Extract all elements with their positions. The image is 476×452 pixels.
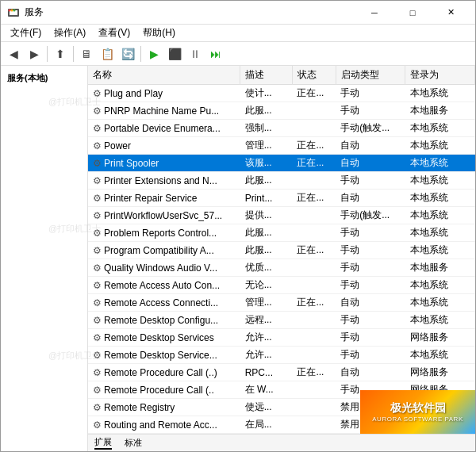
table-row[interactable]: ⚙Printer Extensions and N...此服...手动本地系统 — [88, 172, 475, 190]
toolbar: ◀ ▶ ⬆ 🖥 📋 🔄 ▶ ⬛ ⏸ ⏭ — [1, 42, 475, 66]
table-row[interactable]: ⚙Program Compatibility A...此服...正在...手动本… — [88, 242, 475, 259]
table-row[interactable]: ⚙Remote Desktop Service...允许...手动本地系统 — [88, 347, 475, 364]
service-name-cell: ⚙Remote Procedure Call (..) — [88, 364, 240, 381]
properties-button[interactable]: 📋 — [98, 44, 117, 63]
service-icon: ⚙ — [93, 367, 102, 378]
service-desc-cell: 在 W... — [240, 381, 293, 399]
table-row[interactable]: ⚙Power管理...正在...自动本地系统 — [88, 137, 475, 155]
service-state-cell: 正在... — [292, 242, 336, 259]
table-row[interactable]: ⚙Portable Device Enumera...强制...手动(触发...… — [88, 120, 475, 137]
service-state-cell: 正在... — [292, 190, 336, 207]
svg-point-4 — [13, 9, 16, 11]
service-name-label: Remote Access Auto Con... — [104, 280, 220, 291]
service-name-cell: ⚙Plug and Play — [88, 85, 240, 102]
service-login-cell: 网络服务 — [405, 364, 475, 381]
service-state-cell — [292, 347, 336, 364]
service-start-cell: 手动 — [336, 172, 405, 190]
service-start-cell: 手动 — [336, 85, 405, 102]
service-desc-cell: 使计... — [240, 85, 293, 102]
service-state-cell — [292, 120, 336, 137]
menu-help[interactable]: 帮助(H) — [136, 25, 182, 41]
svg-point-3 — [11, 9, 13, 11]
service-name-label: Printer Extensions and N... — [104, 175, 217, 186]
service-name-label: Remote Access Connecti... — [104, 297, 218, 308]
service-desc-cell: 管理... — [240, 137, 293, 155]
service-name-label: PNRP Machine Name Pu... — [104, 105, 219, 117]
table-row[interactable]: ⚙Printer Repair ServicePrint...正在...自动本地… — [88, 190, 475, 207]
service-name-cell: ⚙Printer Extensions and N... — [88, 172, 240, 190]
up-button[interactable]: ⬆ — [51, 44, 70, 63]
service-name-cell: ⚙PNRP Machine Name Pu... — [88, 102, 240, 120]
service-name-label: Routing and Remote Acc... — [104, 419, 217, 431]
service-name-cell: ⚙Remote Access Auto Con... — [88, 277, 240, 294]
service-icon: ⚙ — [93, 262, 102, 274]
service-start-cell: 自动 — [336, 364, 405, 381]
menu-action[interactable]: 操作(A) — [48, 25, 92, 41]
service-state-cell — [292, 277, 336, 294]
service-start-cell: 手动 — [336, 102, 405, 120]
service-state-cell — [292, 416, 336, 434]
service-name-cell: ⚙Print Spooler — [88, 155, 240, 172]
table-row[interactable]: ⚙Remote Procedure Call (..)RPC...正在...自动… — [88, 364, 475, 381]
service-name-cell: ⚙PrintWorkflowUserSvc_57... — [88, 207, 240, 224]
logo-subtext: AURORA SOFTWARE PARK — [372, 416, 463, 423]
service-desc-cell: RPC... — [240, 364, 293, 381]
maximize-button[interactable]: □ — [394, 1, 431, 25]
service-name-label: Program Compatibility A... — [104, 245, 214, 256]
service-name-label: Power — [104, 140, 131, 151]
table-header-row: 名称 描述 状态 启动类型 登录为 — [88, 66, 475, 85]
service-start-cell: 手动 — [336, 277, 405, 294]
service-name-cell: ⚙Remote Desktop Services — [88, 329, 240, 347]
service-state-cell — [292, 259, 336, 277]
service-icon: ⚙ — [93, 140, 102, 151]
menu-view[interactable]: 查看(V) — [92, 25, 136, 41]
service-icon: ⚙ — [93, 245, 102, 256]
close-button[interactable]: ✕ — [432, 1, 469, 25]
restart-button[interactable]: ⏭ — [206, 44, 225, 63]
table-row[interactable]: ⚙Quality Windows Audio V...优质...手动本地服务 — [88, 259, 475, 277]
status-standard[interactable]: 标准 — [125, 437, 142, 449]
services-table-container[interactable]: 名称 描述 状态 启动类型 登录为 ⚙Plug and Play使计...正在.… — [88, 66, 475, 434]
service-icon: ⚙ — [93, 210, 102, 221]
service-desc-cell: 优质... — [240, 259, 293, 277]
table-row[interactable]: ⚙PNRP Machine Name Pu...此服...手动本地服务 — [88, 102, 475, 120]
service-name-label: Printer Repair Service — [104, 193, 197, 204]
toolbar-sep-3 — [140, 46, 141, 62]
service-desc-cell: 使远... — [240, 399, 293, 416]
service-start-cell: 自动 — [336, 294, 405, 312]
table-row[interactable]: ⚙Print Spooler该服...正在...自动本地系统 — [88, 155, 475, 172]
show-hide-button[interactable]: 🖥 — [77, 44, 96, 63]
table-row[interactable]: ⚙Remote Access Connecti...管理...正在...自动本地… — [88, 294, 475, 312]
col-header-start[interactable]: 启动类型 — [336, 66, 405, 85]
service-desc-cell: 提供... — [240, 207, 293, 224]
table-row[interactable]: ⚙Remote Access Auto Con...无论...手动本地系统 — [88, 277, 475, 294]
service-state-cell — [292, 399, 336, 416]
minimize-button[interactable]: ─ — [356, 1, 393, 25]
table-row[interactable]: ⚙Problem Reports Control...此服...手动本地系统 — [88, 224, 475, 242]
logo-area: 极光软件园 AURORA SOFTWARE PARK — [360, 390, 475, 434]
col-header-login[interactable]: 登录为 — [405, 66, 475, 85]
pause-button[interactable]: ⏸ — [186, 44, 205, 63]
table-row[interactable]: ⚙PrintWorkflowUserSvc_57...提供...手动(触发...… — [88, 207, 475, 224]
col-header-desc[interactable]: 描述 — [240, 66, 293, 85]
refresh-button[interactable]: 🔄 — [118, 44, 137, 63]
col-header-name[interactable]: 名称 — [88, 66, 240, 85]
table-row[interactable]: ⚙Plug and Play使计...正在...手动本地系统 — [88, 85, 475, 102]
forward-button[interactable]: ▶ — [25, 44, 44, 63]
back-button[interactable]: ◀ — [4, 44, 23, 63]
title-left: 服务 — [7, 6, 44, 19]
service-icon: ⚙ — [93, 402, 102, 413]
col-header-state[interactable]: 状态 — [292, 66, 336, 85]
table-row[interactable]: ⚙Remote Desktop Services允许...手动网络服务 — [88, 329, 475, 347]
menu-file[interactable]: 文件(F) — [4, 25, 48, 41]
service-state-cell — [292, 172, 336, 190]
status-expand[interactable]: 扩展 — [94, 436, 112, 450]
service-login-cell: 本地服务 — [405, 259, 475, 277]
app-icon — [7, 6, 20, 19]
service-desc-cell: 在局... — [240, 416, 293, 434]
toolbar-sep-2 — [73, 46, 74, 62]
table-row[interactable]: ⚙Remote Desktop Configu...远程...手动本地系统 — [88, 312, 475, 329]
service-name-cell: ⚙Remote Desktop Configu... — [88, 312, 240, 329]
stop-button[interactable]: ⬛ — [165, 44, 184, 63]
play-button[interactable]: ▶ — [144, 44, 163, 63]
